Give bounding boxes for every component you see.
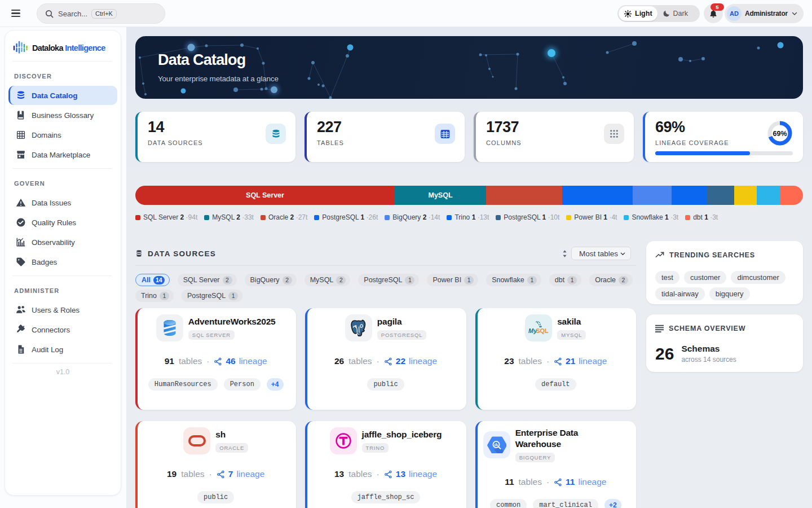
svg-text:69%: 69% — [773, 130, 787, 138]
svg-text:SQL: SQL — [536, 327, 549, 334]
